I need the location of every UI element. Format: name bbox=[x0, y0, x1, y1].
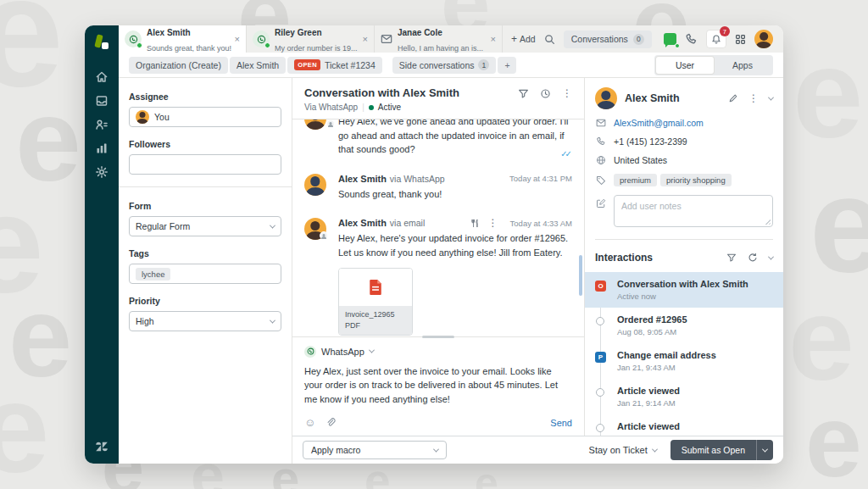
add-side-conversation-button[interactable]: + bbox=[498, 57, 516, 74]
ticket-content: Assignee You Followers Form Regular Form… bbox=[119, 78, 783, 464]
close-tab-icon[interactable]: × bbox=[363, 34, 368, 44]
tab-user[interactable]: User bbox=[656, 57, 714, 74]
phone-icon[interactable] bbox=[685, 33, 698, 46]
messages-scrollbar[interactable] bbox=[579, 255, 582, 296]
tab-message-preview: My order number is 19... bbox=[275, 44, 358, 53]
priority-select[interactable]: High bbox=[129, 311, 281, 331]
contact-email-link[interactable]: AlexSmith@gmail.com bbox=[614, 118, 704, 128]
timeline-item-email-change[interactable]: P Change email address Jan 21, 9:43 AM bbox=[585, 343, 783, 379]
tab-message-preview: Hello, I am having an is... bbox=[398, 44, 483, 53]
assignee-field[interactable]: You bbox=[129, 107, 281, 127]
emoji-icon[interactable]: ☺ bbox=[304, 417, 315, 428]
ticket-tab-janae-cole[interactable]: Janae Cole Hello, I am having an is... × bbox=[375, 25, 503, 53]
customer-avatar bbox=[304, 174, 326, 196]
admin-gear-icon[interactable] bbox=[90, 161, 114, 183]
ticket-tab-riley-green[interactable]: Riley Green My order number is 19... × bbox=[247, 25, 375, 53]
tab-contact-name: Janae Cole bbox=[398, 28, 442, 37]
edit-pencil-icon[interactable] bbox=[728, 93, 738, 103]
add-tab-button[interactable]: + Add bbox=[511, 33, 536, 45]
phone-icon bbox=[595, 136, 606, 147]
contact-phone: +1 (415) 123-2399 bbox=[614, 136, 687, 147]
stay-on-ticket-select[interactable]: Stay on Ticket bbox=[589, 445, 657, 455]
search-icon[interactable] bbox=[544, 34, 555, 45]
form-label: Form bbox=[129, 201, 281, 211]
presence-dot bbox=[136, 42, 142, 48]
timeline-item-conversation[interactable]: O Conversation with Alex Smith Active no… bbox=[585, 272, 783, 308]
conversation-title: Conversation with Alex Smith bbox=[304, 86, 459, 99]
views-icon[interactable] bbox=[90, 90, 114, 112]
timeline-item-article-viewed[interactable]: Article viewed Jan 21, 9:14 AM bbox=[585, 379, 783, 414]
side-conversations-tab[interactable]: Side conversations 1 bbox=[392, 57, 497, 74]
pending-badge: P bbox=[595, 352, 606, 363]
tab-message-preview: Sounds great, thank you! bbox=[147, 44, 231, 53]
user-avatar[interactable] bbox=[754, 30, 773, 48]
tags-field[interactable]: lychee bbox=[129, 264, 281, 284]
whatsapp-channel-icon bbox=[253, 31, 270, 47]
agent-badge-icon bbox=[326, 119, 335, 128]
filter-icon[interactable] bbox=[518, 88, 529, 99]
tags-label: Tags bbox=[129, 248, 281, 258]
reply-composer: WhatsApp Hey Alex, just sent over the in… bbox=[292, 336, 584, 436]
submit-options-button[interactable] bbox=[756, 440, 773, 460]
customers-icon[interactable] bbox=[90, 114, 114, 136]
user-notes-input[interactable] bbox=[614, 195, 773, 227]
user-tag-chip: priority shopping bbox=[660, 174, 732, 186]
kebab-menu-icon[interactable]: ⋮ bbox=[748, 93, 759, 103]
kebab-menu-icon[interactable]: ⋮ bbox=[488, 218, 498, 228]
message-channel: via WhatsApp bbox=[390, 174, 445, 184]
close-tab-icon[interactable]: × bbox=[491, 34, 496, 44]
channel-selector[interactable]: WhatsApp bbox=[304, 346, 572, 358]
composer-drag-handle[interactable] bbox=[422, 336, 454, 338]
send-button[interactable]: Send bbox=[550, 418, 572, 428]
utensils-icon[interactable] bbox=[470, 219, 480, 228]
product-logo-icon[interactable] bbox=[93, 34, 110, 51]
notifications-bell-icon[interactable]: 7 bbox=[706, 30, 726, 48]
paperclip-icon[interactable] bbox=[326, 417, 336, 428]
breadcrumb-requester[interactable]: Alex Smith bbox=[230, 57, 286, 74]
chat-icon[interactable] bbox=[664, 33, 676, 45]
followers-field[interactable] bbox=[129, 154, 281, 175]
globe-icon bbox=[595, 155, 606, 165]
submit-as-open-button[interactable]: Submit as Open bbox=[670, 440, 756, 460]
message-customer: Alex Smith via WhatsApp Today at 4:31 PM… bbox=[304, 174, 572, 202]
kebab-menu-icon[interactable]: ⋮ bbox=[562, 88, 572, 98]
timeline-item-order[interactable]: Ordered #12965 Aug 08, 9:05 AM bbox=[585, 308, 783, 343]
assignee-label: Assignee bbox=[129, 92, 281, 102]
refresh-icon[interactable] bbox=[748, 253, 758, 263]
agent-avatar bbox=[304, 119, 326, 130]
ticket-tab-bar: Alex Smith Sounds great, thank you! × Ri… bbox=[119, 25, 783, 53]
plus-icon: + bbox=[511, 33, 517, 45]
user-tag-chip: premium bbox=[614, 174, 657, 186]
message-email: Alex Smith via email ⋮ Today at 4:33 AM … bbox=[304, 218, 572, 336]
interactions-timeline: O Conversation with Alex Smith Active no… bbox=[585, 272, 783, 436]
ticket-fields-panel: Assignee You Followers Form Regular Form… bbox=[119, 78, 292, 464]
ticket-tab-alex-smith[interactable]: Alex Smith Sounds great, thank you! × bbox=[119, 25, 247, 53]
chevron-down-icon[interactable] bbox=[768, 94, 774, 100]
interactions-title: Interactions bbox=[595, 252, 653, 264]
form-select[interactable]: Regular Form bbox=[129, 216, 281, 236]
breadcrumb-ticket[interactable]: OPEN Ticket #1234 bbox=[287, 57, 382, 74]
reply-input[interactable]: Hey Alex, just sent over the invoice to … bbox=[304, 364, 572, 407]
tag-chip[interactable]: lychee bbox=[136, 268, 170, 281]
apps-grid-icon[interactable] bbox=[735, 34, 746, 45]
watermark-letter-e: e bbox=[788, 280, 854, 398]
chevron-down-icon[interactable] bbox=[768, 253, 774, 259]
close-tab-icon[interactable]: × bbox=[235, 34, 240, 44]
fields-divider bbox=[119, 186, 292, 187]
filter-icon[interactable] bbox=[726, 253, 737, 263]
apply-macro-select[interactable]: Apply macro bbox=[303, 441, 447, 459]
presence-dot bbox=[264, 42, 270, 48]
whatsapp-channel-icon bbox=[125, 31, 142, 47]
breadcrumb-organization[interactable]: Organization (Create) bbox=[129, 57, 228, 74]
contact-avatar bbox=[595, 87, 617, 109]
chevron-down-icon bbox=[270, 222, 275, 228]
tab-apps[interactable]: Apps bbox=[714, 57, 771, 74]
home-icon[interactable] bbox=[90, 66, 114, 88]
reporting-icon[interactable] bbox=[90, 137, 114, 159]
resize-handle[interactable] bbox=[765, 219, 771, 225]
attachment-card[interactable]: Invoice_12965 PDF bbox=[338, 268, 413, 336]
attachment-name: Invoice_12965 bbox=[345, 309, 406, 320]
conversations-button[interactable]: Conversations 0 bbox=[564, 31, 652, 48]
history-icon[interactable] bbox=[540, 88, 551, 99]
watermark-letter-e: e bbox=[475, 462, 498, 489]
